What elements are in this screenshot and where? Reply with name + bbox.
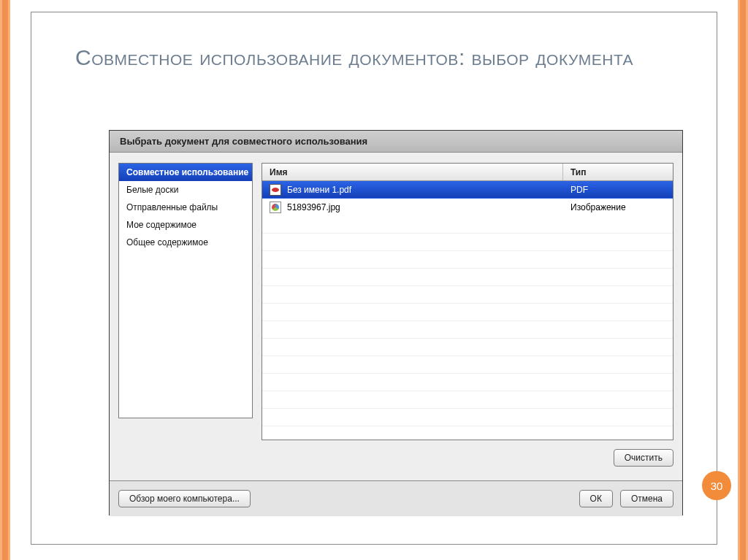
empty-row [262, 286, 673, 304]
ok-button[interactable]: ОК [579, 490, 613, 507]
sidebar-item-label: Отправленные файлы [126, 202, 218, 212]
accent-bar-left-inner [2, 0, 8, 560]
empty-row [262, 356, 673, 374]
slide: Совместное использование документов: выб… [0, 0, 748, 560]
empty-row [262, 374, 673, 391]
file-table: Имя Тип Без имени 1.pdf PDF [262, 163, 673, 440]
accent-bar-left [0, 0, 10, 560]
file-type: PDF [563, 185, 673, 195]
sidebar-item-shared-use[interactable]: Совместное использование [119, 164, 252, 181]
table-header: Имя Тип [262, 164, 673, 181]
accent-bar-right-inner [740, 0, 746, 560]
sidebar-item-sent-files[interactable]: Отправленные файлы [119, 199, 252, 216]
choose-document-dialog: Выбрать документ для совместного использ… [109, 130, 683, 515]
sidebar-item-shared-content[interactable]: Общее содержимое [119, 234, 252, 251]
page-number-badge: 30 [702, 471, 731, 500]
empty-row [262, 409, 673, 426]
dialog-title: Выбрать документ для совместного использ… [120, 136, 367, 147]
column-header-name[interactable]: Имя [262, 164, 563, 180]
empty-row [262, 269, 673, 286]
column-header-type[interactable]: Тип [563, 164, 673, 180]
slide-frame: Совместное использование документов: выб… [31, 12, 717, 545]
sidebar-item-label: Мое содержимое [126, 220, 196, 230]
sidebar-item-whiteboards[interactable]: Белые доски [119, 181, 252, 199]
cancel-button[interactable]: Отмена [620, 490, 673, 507]
empty-row [262, 304, 673, 321]
pdf-icon [270, 184, 281, 196]
file-name: Без имени 1.pdf [287, 185, 351, 195]
image-icon [270, 202, 281, 213]
table-rows: Без имени 1.pdf PDF 51893967.jpg Изображ… [262, 181, 673, 426]
empty-row [262, 321, 673, 339]
clear-button[interactable]: Очистить [614, 449, 673, 467]
empty-row [262, 216, 673, 234]
file-name: 51893967.jpg [287, 202, 340, 212]
browse-button[interactable]: Обзор моего компьютера... [118, 490, 251, 507]
dialog-footer: Обзор моего компьютера... ОК Отмена [110, 481, 682, 516]
file-type: Изображение [563, 202, 673, 212]
dialog-titlebar: Выбрать документ для совместного использ… [110, 131, 682, 153]
empty-row [262, 339, 673, 356]
accent-bar-right [738, 0, 748, 560]
table-row[interactable]: Без имени 1.pdf PDF [262, 181, 673, 199]
sidebar-item-my-content[interactable]: Мое содержимое [119, 216, 252, 234]
empty-row [262, 234, 673, 251]
sidebar-item-label: Совместное использование [126, 167, 248, 177]
slide-title: Совместное использование документов: выб… [31, 12, 717, 78]
empty-row [262, 251, 673, 269]
sidebar-item-label: Белые доски [126, 185, 178, 195]
category-sidebar: Совместное использование Белые доски Отп… [118, 163, 253, 418]
empty-row [262, 391, 673, 409]
table-row[interactable]: 51893967.jpg Изображение [262, 199, 673, 216]
sidebar-item-label: Общее содержимое [126, 237, 208, 248]
dialog-body: Совместное использование Белые доски Отп… [110, 153, 682, 481]
